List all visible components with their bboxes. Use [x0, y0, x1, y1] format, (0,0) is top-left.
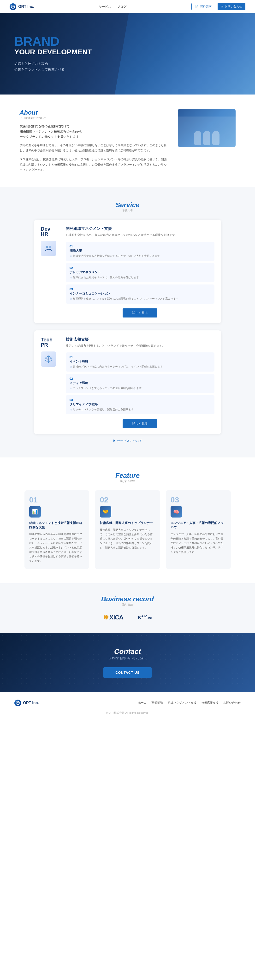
feature-ja-label: 選ばれる理由: [14, 479, 241, 483]
item-title-1-1: 開発人事: [70, 248, 211, 253]
hero-brand-title: BRAND: [14, 35, 92, 48]
footer-link-techpr[interactable]: 技術広報支援: [201, 701, 218, 705]
hero-desc-line1: 組織力と技術力を高め: [14, 61, 92, 66]
feature-card-1: 01 📊 組織マネジメントと技術広報支援の統括的な支援 組織の中からの変革から組…: [24, 490, 90, 569]
about-ja-label: ORT株式会社について: [20, 116, 168, 120]
footer-link-org[interactable]: 組織マネジメント支援: [168, 701, 196, 705]
footer-nav: ホーム 事業業務 組織マネジメント支援 技術広報支援 お問い合わせ: [44, 701, 241, 705]
footer-copyright: © ORT株式会社 All Rights Reserved.: [14, 711, 241, 715]
service-cards: Dev HR 開発組織マネジメント支援 心理的安全性を高め、個人の能力と組織とし…: [34, 220, 221, 434]
logo-svg: [11, 5, 15, 9]
svg-point-1: [46, 246, 48, 248]
about-lead: 技術開発部門を持つ企業様に向けて 開発組織マネジメントと技術広報の両軸から テッ…: [20, 124, 168, 140]
logo[interactable]: ORT Inc.: [10, 3, 34, 10]
header: ORT Inc. サービス ブログ 📄 資料請求 ✉ お問い合わせ: [0, 0, 255, 13]
logo-icon: [10, 3, 16, 10]
service-desc-techpr: 技術力 × 組織力をPRすることでブランドを確立させ、企業価値を高めます。: [66, 344, 215, 348]
footer-logo-svg: [16, 701, 20, 705]
item-num-2-1: 01: [70, 355, 211, 359]
feature-num-3: 03: [170, 496, 226, 504]
contact-header-label: お問い合わせ: [225, 5, 242, 9]
feature-section: Feature 選ばれる理由 01 📊 組織マネジメントと技術広報支援の統括的な…: [0, 457, 255, 583]
svg-point-4: [48, 358, 50, 360]
header-buttons: 📄 資料請求 ✉ お問い合わせ: [191, 3, 245, 10]
person-2: [203, 131, 210, 145]
item-detail-1-2: 知識にされた知見をベースに、個人の能力を伸ばします: [70, 275, 211, 280]
service-icon-devhr: [41, 241, 56, 256]
nav-service[interactable]: サービス: [99, 5, 111, 9]
main-nav: サービス ブログ: [99, 5, 127, 9]
logo-xica: XICA: [103, 614, 123, 621]
about-body-2: ORT株式会社は、技術開発系に特化した人事・プロモーションマネジメント等の幅広い…: [20, 157, 168, 172]
footer-link-contact[interactable]: お問い合わせ: [223, 701, 241, 705]
business-logos: XICA KATZ.Inc: [14, 614, 241, 621]
item-title-2-1: イベント戦略: [70, 360, 211, 364]
business-heading: Business record 取引実績: [14, 595, 241, 606]
service-link[interactable]: サービスについて: [14, 439, 241, 443]
footer-logo-text: ORT Inc.: [23, 701, 39, 705]
business-section: Business record 取引実績 XICA KATZ.Inc: [0, 583, 255, 633]
devhr-svg: [44, 244, 53, 253]
about-people-visual: [178, 116, 236, 147]
footer-logo-icon: [14, 700, 21, 706]
item-num-2-3: 03: [70, 398, 211, 402]
feature-cards: 01 📊 組織マネジメントと技術広報支援の統括的な支援 組織の中からの変革から組…: [24, 490, 231, 569]
footer-top: ORT Inc. ホーム 事業業務 組織マネジメント支援 技術広報支援 お問い合…: [14, 700, 241, 706]
service-card-right-2: 技術広報支援 技術力 × 組織力をPRすることでブランドを確立させ、企業価値を高…: [66, 337, 215, 428]
contact-us-button[interactable]: CONTACT US: [103, 667, 152, 678]
footer: ORT Inc. ホーム 事業業務 組織マネジメント支援 技術広報支援 お問い合…: [0, 692, 255, 719]
business-ja-label: 取引実績: [14, 603, 241, 606]
service-en-label: Service: [14, 201, 241, 209]
service-tag-devhr: Dev HR: [41, 226, 50, 237]
service-item-1-3: 03 インナーコミュニケーション 相互理解を促進し、スキルを活かしある環境を創る…: [66, 285, 215, 304]
about-image: [178, 109, 236, 147]
devhr-detail-button[interactable]: 詳しく見る: [123, 309, 157, 318]
service-items-devhr: 01 開発人事 組織で活躍できる人材像を明確にすることで、欲しい人材を獲得できま…: [66, 242, 215, 304]
hero-description: 組織力と技術力を高め 企業をブランドとして確立させる: [14, 61, 92, 72]
footer-link-business[interactable]: 事業業務: [151, 701, 163, 705]
item-detail-2-2: テックブランドを支えるメディアの運用体制を構築します: [70, 386, 211, 390]
service-card-left-1: Dev HR: [41, 226, 60, 318]
item-title-1-3: インナーコミュニケーション: [70, 291, 211, 296]
svg-point-9: [16, 701, 19, 705]
service-heading: Service 事業内容: [14, 201, 241, 212]
feature-title-3: エンジニア・人事・広報の専門的ノウハウ: [170, 521, 226, 530]
svg-point-0: [11, 5, 14, 8]
service-ja-label: 事業内容: [14, 209, 241, 212]
svg-point-2: [49, 246, 51, 248]
about-en-label: About: [20, 109, 168, 116]
service-items-techpr: 01 イベント戦略 貴社のブランド確立に向けたターゲティングと、イベント開催を支…: [66, 352, 215, 414]
service-title-devhr: 開発組織マネジメント支援: [66, 226, 215, 231]
svg-line-8: [50, 358, 52, 359]
person-3: [212, 131, 220, 145]
nav-blog[interactable]: ブログ: [117, 5, 127, 9]
footer-link-home[interactable]: ホーム: [138, 701, 147, 705]
contact-ja-label: お気軽にお問い合わせください: [14, 657, 241, 660]
feature-num-2: 02: [100, 496, 155, 504]
item-num-1-1: 01: [70, 245, 211, 248]
service-section: Service 事業内容 Dev HR 開発組織マネジメント支援 心理的安全性を…: [0, 187, 255, 457]
feature-title-2: 技術広報、開発人事のトップランナー: [100, 521, 155, 525]
feature-body-2: 技術広報、開発人事のトップランナーとして、この分野の豊富な知識と多年にわたる蓄積…: [100, 528, 155, 550]
feature-body-3: エンジニア、人事、広報の各分野において豊年の経験と知識を重ね合わせており、高い専…: [170, 532, 226, 554]
feature-heading: Feature 選ばれる理由: [14, 472, 241, 483]
footer-logo: ORT Inc.: [14, 700, 39, 706]
feature-en-label: Feature: [14, 472, 241, 479]
feature-num-1: 01: [29, 496, 85, 504]
about-section: About ORT株式会社について 技術開発部門を持つ企業様に向けて 開発組織マ…: [0, 94, 255, 187]
contact-header-button[interactable]: ✉ お問い合わせ: [218, 3, 245, 10]
hero-dev-title: YOUR DEVELOPMENT: [14, 48, 92, 56]
feature-icon-3: 🧠: [170, 506, 182, 517]
feature-icon-2: 🤝: [100, 506, 111, 517]
doc-icon: 📄: [195, 5, 199, 8]
service-card-devhr: Dev HR 開発組織マネジメント支援 心理的安全性を高め、個人の能力と組織とし…: [34, 220, 221, 323]
about-body-1: 技術の進化をを加速しており、今の知識が10年後に通用しないことは珍しくや常識とな…: [20, 143, 168, 153]
logo-katz: KATZ.Inc: [138, 614, 152, 620]
service-desc-devhr: 心理的安全性を高め、個人の能力と組織としての強みをより活かせる環境を創ります。: [66, 233, 215, 237]
techpr-svg: [44, 355, 53, 363]
service-item-2-1: 01 イベント戦略 貴社のブランド確立に向けたターゲティングと、イベント開催を支…: [66, 352, 215, 372]
feature-icon-1: 📊: [29, 506, 41, 517]
doc-request-button[interactable]: 📄 資料請求: [191, 3, 215, 10]
techpr-detail-button[interactable]: 詳しく見る: [123, 419, 157, 428]
service-title-techpr: 技術広報支援: [66, 337, 215, 342]
